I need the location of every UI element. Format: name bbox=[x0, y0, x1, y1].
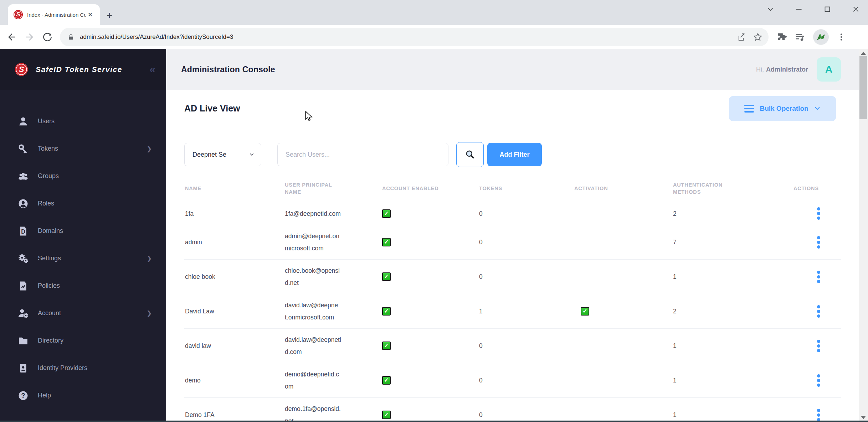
col-auth-methods: AUTHENTICATION METHODS bbox=[673, 181, 741, 196]
cell-name: 1fa bbox=[184, 202, 284, 225]
greeting-username: Administrator bbox=[766, 66, 808, 73]
cell-upn: demo@deepnetid.com bbox=[285, 368, 341, 392]
cell-tokens: 0 bbox=[478, 225, 574, 260]
browser-tab[interactable]: S Index - Administration Console ✕ bbox=[8, 4, 100, 25]
playlist-icon[interactable] bbox=[795, 32, 805, 42]
cell-name: chloe book bbox=[184, 260, 284, 294]
chevron-right-icon: ❯ bbox=[147, 255, 152, 262]
share-icon[interactable] bbox=[736, 32, 746, 42]
window-maximize-button[interactable] bbox=[821, 3, 834, 16]
sidebar-item[interactable]: Roles ❯ bbox=[0, 190, 166, 217]
scrollbar-thumb[interactable] bbox=[859, 56, 867, 119]
sidebar-item[interactable]: Account ❯ bbox=[0, 299, 166, 327]
id-card-icon bbox=[18, 363, 29, 374]
reload-icon[interactable] bbox=[41, 31, 53, 43]
bulk-operation-button[interactable]: Bulk Operation bbox=[729, 96, 836, 121]
user-avatar[interactable]: A bbox=[817, 57, 841, 82]
sidebar-item[interactable]: Settings ❯ bbox=[0, 245, 166, 272]
table-row: admin admin@deepnet.onmicrosoft.com ✓ 0 … bbox=[184, 225, 841, 260]
cell-upn: demo.1fa@opensid.net bbox=[285, 403, 341, 422]
safeid-logo-icon: S bbox=[15, 63, 28, 76]
address-bar[interactable]: admin.safeid.io/Users/AzureAd/Index?iden… bbox=[60, 28, 769, 46]
back-icon[interactable] bbox=[6, 31, 18, 43]
bookmark-star-icon[interactable] bbox=[753, 32, 763, 42]
sidebar-item[interactable]: Help ❯ bbox=[0, 382, 166, 409]
account-enabled-checkbox: ✓ bbox=[382, 272, 391, 281]
page-header-title: Administration Console bbox=[181, 65, 756, 74]
cell-auth-methods: 2 bbox=[672, 294, 793, 329]
scrollbar-down-icon[interactable] bbox=[861, 416, 866, 419]
chevron-down-icon bbox=[814, 105, 821, 113]
sidebar-nav: Users ❯ Tokens ❯ Groups ❯ Roles bbox=[0, 90, 166, 409]
row-actions-kebab-icon[interactable] bbox=[811, 340, 826, 352]
cell-auth-methods: 7 bbox=[672, 225, 793, 260]
table-row: David Law david.law@deepnet.onmicrosoft.… bbox=[184, 294, 841, 329]
cell-auth-methods: 1 bbox=[672, 329, 793, 363]
table-row: demo demo@deepnetid.com ✓ 0 ✓ 1 bbox=[184, 363, 841, 398]
window-close-button[interactable] bbox=[849, 3, 862, 16]
gears-icon bbox=[18, 253, 29, 264]
tab-close-icon[interactable]: ✕ bbox=[86, 10, 95, 19]
cell-name: Demo 1FA bbox=[184, 398, 284, 422]
extensions-icon[interactable] bbox=[776, 32, 787, 42]
cell-upn: admin@deepnet.onmicrosoft.com bbox=[285, 230, 341, 254]
role-icon bbox=[18, 198, 29, 209]
window-minimize-button[interactable] bbox=[792, 3, 805, 16]
row-actions-kebab-icon[interactable] bbox=[811, 271, 826, 283]
col-account-enabled: ACCOUNT ENABLED bbox=[382, 186, 439, 191]
app-header: Administration Console Hi,Administrator … bbox=[166, 49, 859, 90]
page-title: AD Live View bbox=[184, 103, 240, 114]
account-enabled-checkbox: ✓ bbox=[382, 376, 391, 385]
window-chevron-icon[interactable] bbox=[764, 3, 777, 16]
search-icon bbox=[464, 149, 476, 160]
sidebar-item[interactable]: Groups ❯ bbox=[0, 162, 166, 190]
folder-icon bbox=[18, 335, 29, 346]
cell-tokens: 0 bbox=[478, 329, 574, 363]
brand-header: S SafeID Token Service « bbox=[0, 49, 166, 90]
cell-tokens: 0 bbox=[478, 260, 574, 294]
brand-name: SafeID Token Service bbox=[36, 65, 149, 74]
lock-icon bbox=[67, 33, 75, 41]
cell-name: David Law bbox=[184, 294, 284, 329]
row-actions-kebab-icon[interactable] bbox=[811, 409, 826, 421]
account-enabled-checkbox: ✓ bbox=[382, 411, 391, 419]
page-scrollbar[interactable] bbox=[859, 49, 868, 422]
sidebar-item[interactable]: Domains ❯ bbox=[0, 217, 166, 245]
row-actions-kebab-icon[interactable] bbox=[811, 374, 826, 387]
account-enabled-checkbox: ✓ bbox=[382, 342, 391, 350]
add-filter-button[interactable]: Add Filter bbox=[487, 143, 542, 166]
row-actions-kebab-icon[interactable] bbox=[811, 305, 826, 318]
forward-icon[interactable] bbox=[24, 31, 36, 43]
search-input[interactable] bbox=[277, 143, 448, 166]
cell-tokens: 0 bbox=[478, 363, 574, 398]
cell-name: david law bbox=[184, 329, 284, 363]
cell-upn: david.law@deepnet.onmicrosoft.com bbox=[285, 299, 341, 323]
table-row: Demo 1FA demo.1fa@opensid.net ✓ 0 ✓ 1 bbox=[184, 398, 841, 422]
sidebar-collapse-icon[interactable]: « bbox=[149, 63, 153, 75]
cell-auth-methods: 1 bbox=[672, 260, 793, 294]
cell-name: demo bbox=[184, 363, 284, 398]
cell-upn: chloe.book@opensid.net bbox=[285, 265, 341, 289]
col-upn: USER PRINCIPAL NAME bbox=[285, 181, 342, 196]
sidebar-item[interactable]: Directory ❯ bbox=[0, 327, 166, 354]
user-greeting: Hi,Administrator bbox=[756, 66, 808, 73]
cell-upn: 1fa@deepnetid.com bbox=[285, 208, 341, 220]
sidebar-item[interactable]: Policies ❯ bbox=[0, 272, 166, 299]
scrollbar-up-icon[interactable] bbox=[861, 52, 866, 55]
sidebar-item[interactable]: Users ❯ bbox=[0, 108, 166, 135]
col-tokens: TOKENS bbox=[479, 186, 502, 191]
table-row: david law david.law@deepnetid.com ✓ 0 ✓ … bbox=[184, 329, 841, 363]
sidebar-item[interactable]: Identity Providers ❯ bbox=[0, 354, 166, 382]
search-button[interactable] bbox=[456, 142, 484, 167]
domain-icon bbox=[18, 226, 29, 236]
sidebar-item[interactable]: Tokens ❯ bbox=[0, 135, 166, 162]
identity-source-select[interactable]: Deepnet Se bbox=[184, 143, 261, 166]
chevron-right-icon: ❯ bbox=[147, 309, 152, 317]
cell-upn: david.law@deepnetid.com bbox=[285, 334, 341, 358]
account-enabled-checkbox: ✓ bbox=[382, 307, 391, 316]
browser-profile-avatar[interactable] bbox=[813, 29, 829, 45]
browser-menu-kebab-icon[interactable] bbox=[837, 32, 846, 42]
row-actions-kebab-icon[interactable] bbox=[811, 207, 826, 220]
new-tab-button[interactable]: + bbox=[104, 11, 115, 21]
row-actions-kebab-icon[interactable] bbox=[811, 236, 826, 249]
